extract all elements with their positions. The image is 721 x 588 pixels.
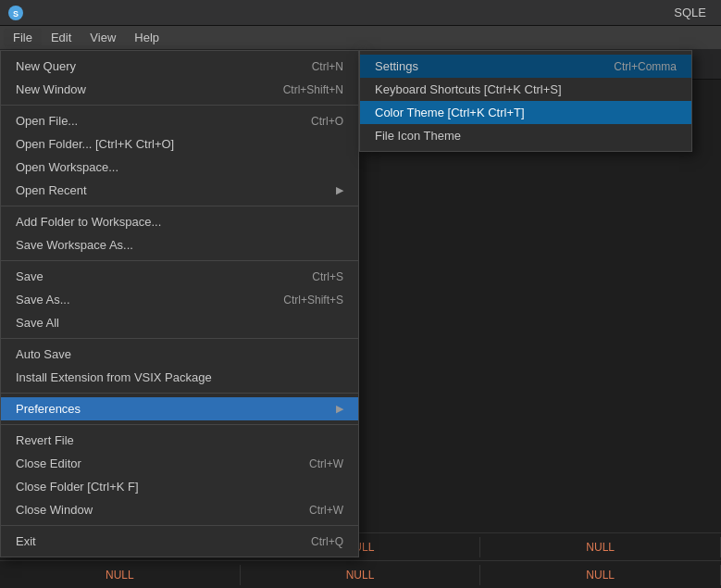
menu-bar: File Edit View Help (0, 26, 721, 50)
table-cell-null-4: NULL (0, 565, 241, 585)
table-cell-null-3: NULL (480, 537, 721, 557)
cancel-label: cancel (359, 58, 392, 71)
table-cell-null-2: NULL (241, 537, 481, 557)
menu-file[interactable]: File (4, 29, 42, 46)
menu-edit[interactable]: Edit (42, 29, 81, 46)
sqle-label: SQLE (674, 6, 706, 19)
menu-view[interactable]: View (81, 29, 125, 46)
table-cell-null-1: NULL (0, 537, 241, 557)
svg-text:S: S (13, 9, 19, 19)
top-bar: S SQLE (0, 0, 721, 26)
connection-bar: cancel ⟳ Disconnect ⟳ Change Connection (352, 50, 721, 80)
app-logo: S (7, 5, 24, 21)
table-cell-null-5: NULL (241, 565, 481, 585)
disconnect-button[interactable]: Disconnect (417, 58, 472, 71)
editor-area: cancel ⟳ Disconnect ⟳ Change Connection … (0, 50, 721, 588)
table-row-2: NULL NULL NULL (0, 560, 721, 588)
disconnect-icon: ⟳ (403, 57, 414, 72)
table-cell-null-6: NULL (480, 565, 721, 585)
table-area: NULL NULL NULL NULL NULL NULL (0, 532, 721, 588)
table-row: NULL NULL NULL (0, 532, 721, 560)
change-connection-icon: ⟳ (483, 57, 494, 72)
menu-help[interactable]: Help (125, 29, 168, 46)
change-connection-button[interactable]: Change Connection (498, 58, 596, 71)
